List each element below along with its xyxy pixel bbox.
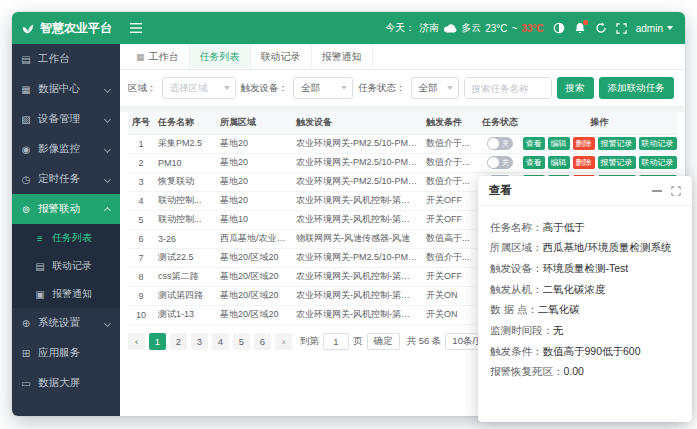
field-label: 报警恢复死区： [490,364,564,378]
edit-button[interactable]: 编辑 [548,137,570,150]
detail-panel-header: 查看 [478,176,692,206]
task-name: 测试1-13 [154,305,216,324]
chevron-icon [104,319,111,326]
bell-icon[interactable] [574,22,586,34]
chevron-down-icon [447,86,453,90]
chevron-icon [104,115,111,122]
sidebar-item[interactable]: ▦ 数据中心 [12,74,120,104]
task-region: 基地20 [216,134,292,153]
trigger-device: 农业环境网关-风机控制-第四路 [292,286,422,305]
jump-suffix-label: 页 [353,335,363,348]
tab[interactable]: 任务列表 [190,44,251,69]
brand: 智慧农业平台 [12,20,120,37]
detail-field: 触发设备： 环境质量检测-Test [490,261,680,275]
task-name: 3-26 [154,229,216,248]
jump-page-input[interactable] [323,333,349,350]
sidebar-item[interactable]: ⊕ 系统设置 [12,308,120,338]
sidebar-item[interactable]: ≡ 任务列表 [12,224,120,252]
user-menu[interactable]: admin [636,23,673,34]
trigger-condition: 数值高于... [422,229,478,248]
device-select[interactable]: 全部 [293,77,353,99]
page-number-button[interactable]: 6 [254,333,271,350]
add-linkage-task-button[interactable]: 添加联动任务 [599,77,674,99]
view-button[interactable]: 查看 [523,137,545,150]
sidebar-item-label: 联动记录 [52,259,92,273]
sidebar-item[interactable]: ▭ 数据大屏 [12,368,120,398]
tab[interactable]: 联动记录 [251,44,312,69]
row-index: 6 [128,229,154,248]
sidebar-item-label: 设备管理 [38,112,80,126]
field-label: 任务名称： [490,220,543,234]
chevron-icon [104,145,111,152]
column-header: 任务状态 [478,112,522,134]
notification-badge [583,20,588,25]
sidebar-item-label: 数据大屏 [38,376,80,390]
linkage-record-button[interactable]: 联动记录 [639,156,677,169]
alarm-record-button[interactable]: 报警记录 [598,137,636,150]
today-label: 今天： [385,21,415,35]
page-number-button[interactable]: 4 [212,333,229,350]
hamburger-menu-icon[interactable] [130,23,142,33]
view-button[interactable]: 查看 [523,156,545,169]
chevron-icon [104,85,111,92]
sidebar-item-label: 数据中心 [38,82,80,96]
username: admin [636,23,663,34]
minimize-icon[interactable] [652,190,662,192]
prev-page-button[interactable]: ‹ [128,333,145,350]
search-input[interactable] [464,77,552,99]
row-index: 8 [128,267,154,286]
tab-label: 报警通知 [322,50,362,64]
row-index: 10 [128,305,154,324]
task-list-icon: ≡ [34,233,46,244]
sidebar-item[interactable]: ◷ 定时任务 [12,164,120,194]
trigger-condition: 开关OFF [422,267,478,286]
table-row: 1 采集PM2.5 基地20 农业环境网关-PM2.5/10-PM2.5 数值介… [128,134,677,153]
row-index: 5 [128,210,154,229]
field-value: 无 [553,323,564,337]
column-header: 触发设备 [292,112,422,134]
expand-icon[interactable] [671,186,681,196]
tab[interactable]: ▦ 工作台 [126,44,190,69]
delete-button[interactable]: 删除 [573,156,595,169]
task-region: 基地20/区域20 [216,267,292,286]
weather-temp: 23°C [485,23,507,34]
page-number-button[interactable]: 3 [191,333,208,350]
detail-field: 所属区域： 西瓜基地/环境质量检测系统 [490,240,680,254]
row-actions: 查看编辑删除报警记录联动记录 [526,137,673,150]
page-number-button[interactable]: 5 [233,333,250,350]
theme-icon[interactable] [553,22,565,34]
refresh-icon[interactable] [595,22,607,34]
sidebar-item[interactable]: ◉ 影像监控 [12,134,120,164]
sidebar-item[interactable]: ▤ 工作台 [12,44,120,74]
field-value: 环境质量检测-Test [543,261,629,275]
page-number-button[interactable]: 2 [170,333,187,350]
task-status-toggle[interactable]: 关 [487,156,513,169]
alarm-record-button[interactable]: 报警记录 [598,156,636,169]
tab[interactable]: 报警通知 [312,44,373,69]
field-value: 0.00 [564,364,584,378]
task-status-toggle[interactable]: 关 [487,137,513,150]
linkage-record-button[interactable]: 联动记录 [639,137,677,150]
region-select[interactable]: 选择区域 [162,77,236,99]
fullscreen-icon[interactable] [616,23,627,34]
trigger-device: 农业环境网关-风机控制-第四路 [292,305,422,324]
sidebar-item[interactable]: ⊞ 应用服务 [12,338,120,368]
task-name: 采集PM2.5 [154,134,216,153]
search-button[interactable]: 搜索 [557,77,594,99]
status-select[interactable]: 全部 [411,77,459,99]
sidebar-item[interactable]: ▤ 联动记录 [12,252,120,280]
page-number-button[interactable]: 1 [149,333,166,350]
delete-button[interactable]: 删除 [573,137,595,150]
row-index: 4 [128,191,154,210]
sidebar-item[interactable]: ⊚ 报警联动 [12,194,120,224]
sidebar-item[interactable]: ▣ 报警通知 [12,280,120,308]
detail-field: 报警恢复死区： 0.00 [490,364,680,378]
row-actions: 查看编辑删除报警记录联动记录 [526,156,673,169]
edit-button[interactable]: 编辑 [548,156,570,169]
trigger-device: 农业环境网关-风机控制-第二路 [292,210,422,229]
next-page-button[interactable]: › [275,333,292,350]
jump-confirm-button[interactable]: 确定 [367,333,400,350]
detail-field: 数 据 点： 二氧化碳 [490,302,680,316]
sidebar-item[interactable]: ▧ 设备管理 [12,104,120,134]
trigger-device: 农业环境网关-PM2.5/10-PM2.5 [292,248,422,267]
